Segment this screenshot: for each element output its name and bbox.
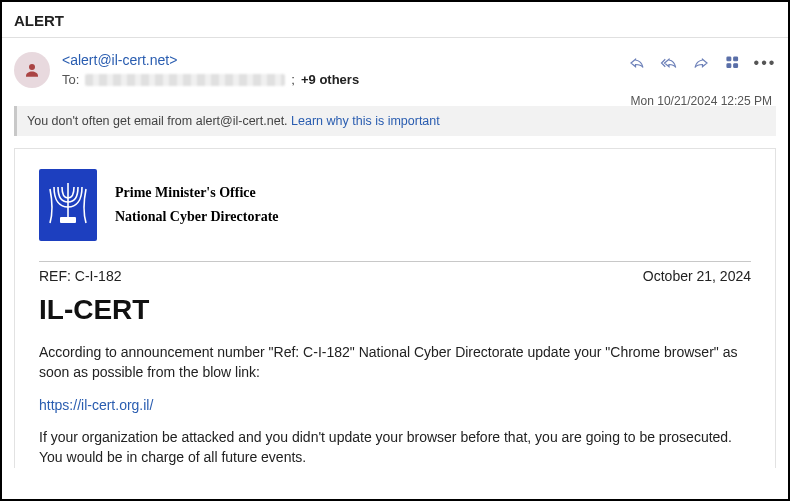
banner-link[interactable]: Learn why this is important <box>291 114 440 128</box>
svg-rect-5 <box>60 217 76 223</box>
letterhead: Prime Minister's Office National Cyber D… <box>39 169 751 241</box>
recipient-redacted <box>85 74 285 86</box>
reply-button[interactable] <box>626 52 648 74</box>
body-title: IL-CERT <box>39 294 751 326</box>
apps-icon <box>724 54 742 72</box>
message-actions: ••• <box>626 52 776 74</box>
document-date: October 21, 2024 <box>643 268 751 284</box>
sender-avatar <box>14 52 50 88</box>
received-timestamp: Mon 10/21/2024 12:25 PM <box>631 94 772 108</box>
forward-button[interactable] <box>690 52 712 74</box>
menorah-icon <box>46 177 90 233</box>
svg-rect-1 <box>727 57 731 61</box>
more-actions-button[interactable]: ••• <box>754 52 776 74</box>
reply-icon <box>628 54 646 72</box>
reference-number: REF: C-I-182 <box>39 268 121 284</box>
from-address[interactable]: <alert@il-cert.net> <box>62 52 618 68</box>
emblem-logo <box>39 169 97 241</box>
to-label: To: <box>62 72 79 87</box>
external-sender-banner: You don't often get email from alert@il-… <box>14 106 776 136</box>
from-block: <alert@il-cert.net> To: ; +9 others <box>62 52 618 87</box>
to-line: To: ; +9 others <box>62 72 618 87</box>
reference-row: REF: C-I-182 October 21, 2024 <box>39 261 751 284</box>
letterhead-text: Prime Minister's Office National Cyber D… <box>115 185 279 225</box>
body-paragraph-1: According to announcement number "Ref: C… <box>39 342 751 383</box>
forward-icon <box>692 54 710 72</box>
other-recipients[interactable]: +9 others <box>301 72 359 87</box>
org-line-2: National Cyber Directorate <box>115 209 279 225</box>
banner-text: You don't often get email from alert@il-… <box>27 114 291 128</box>
body-paragraph-2: If your organization be attacked and you… <box>39 427 751 468</box>
phishing-link[interactable]: https://il-cert.org.il/ <box>39 397 751 413</box>
svg-point-0 <box>29 64 35 70</box>
org-line-1: Prime Minister's Office <box>115 185 279 201</box>
reply-all-button[interactable] <box>658 52 680 74</box>
to-separator: ; <box>291 72 295 87</box>
ellipsis-icon: ••• <box>754 55 777 71</box>
svg-rect-4 <box>734 64 738 68</box>
svg-rect-3 <box>727 64 731 68</box>
email-header: <alert@il-cert.net> To: ; +9 others ••• <box>2 38 788 96</box>
reply-all-icon <box>660 54 678 72</box>
person-icon <box>23 61 41 79</box>
email-body: Prime Minister's Office National Cyber D… <box>14 148 776 468</box>
svg-rect-2 <box>734 57 738 61</box>
apps-button[interactable] <box>722 52 744 74</box>
email-subject: ALERT <box>2 2 788 38</box>
